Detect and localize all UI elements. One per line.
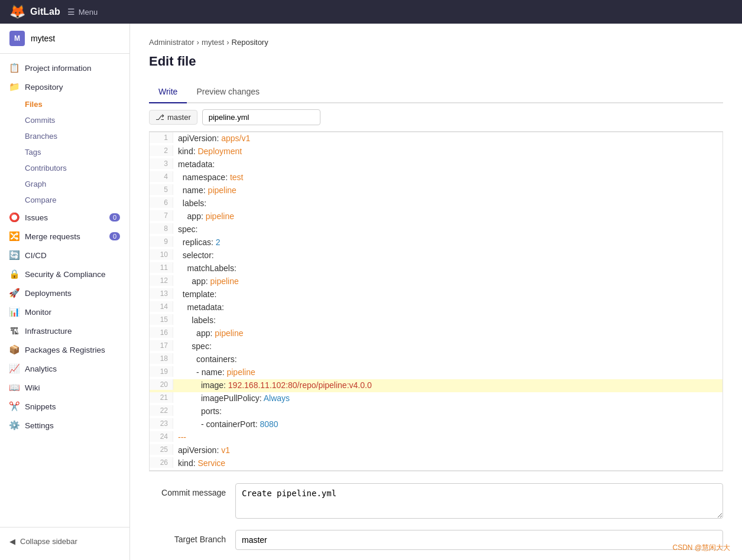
sidebar-item-repository[interactable]: 📁 Repository	[0, 77, 129, 96]
sidebar-item-tags[interactable]: Tags	[25, 144, 129, 160]
line-content-23: - containerPort: 8080	[173, 418, 722, 430]
line-content-6: labels:	[173, 197, 722, 209]
sidebar-item-files[interactable]: Files	[25, 96, 129, 112]
commit-message-row: Commit message	[149, 483, 723, 520]
code-line-26: 26kind: Service	[150, 457, 722, 470]
layout: M mytest 📋 Project information 📁 Reposit…	[0, 24, 742, 560]
line-content-16: app: pipeline	[173, 327, 722, 339]
sidebar-item-commits[interactable]: Commits	[25, 112, 129, 128]
line-number-10: 10	[150, 249, 173, 260]
branch-name: master	[167, 113, 191, 122]
tab-preview[interactable]: Preview changes	[187, 81, 269, 103]
sidebar-item-merge-requests[interactable]: 🔀 Merge requests 0	[0, 227, 129, 246]
repository-icon: 📁	[9, 82, 19, 92]
collapse-left-icon: ◀	[9, 537, 15, 546]
line-number-22: 22	[150, 405, 173, 416]
logo-area: 🦊 GitLab	[9, 4, 60, 19]
breadcrumb-mytest[interactable]: mytest	[202, 38, 224, 47]
collapse-sidebar-label: Collapse sidebar	[20, 537, 77, 546]
code-line-25: 25apiVersion: v1	[150, 444, 722, 457]
line-number-18: 18	[150, 353, 173, 364]
branch-selector[interactable]: ⎇ master	[149, 110, 197, 125]
line-number-7: 7	[150, 210, 173, 221]
sidebar-item-project-info[interactable]: 📋 Project information	[0, 58, 129, 77]
sidebar-item-issues[interactable]: ⭕ Issues 0	[0, 208, 129, 227]
breadcrumb-current: Repository	[232, 38, 268, 47]
line-content-21: imagePullPolicy: Always	[173, 392, 722, 404]
contributors-label: Contributors	[25, 164, 67, 172]
sidebar-label-analytics: Analytics	[25, 364, 57, 373]
line-number-3: 3	[150, 158, 173, 169]
sidebar-item-infrastructure[interactable]: 🏗 Infrastructure	[0, 321, 129, 340]
commit-form: Commit message Target Branch Commit chan…	[149, 471, 723, 560]
line-content-9: replicas: 2	[173, 236, 722, 248]
menu-button[interactable]: ☰ Menu	[67, 7, 98, 17]
sidebar-item-monitor[interactable]: 📊 Monitor	[0, 302, 129, 321]
issues-badge: 0	[109, 213, 120, 222]
merge-requests-icon: 🔀	[9, 232, 19, 241]
sidebar-item-graph[interactable]: Graph	[25, 176, 129, 192]
sidebar-item-settings[interactable]: ⚙️ Settings	[0, 416, 129, 435]
line-content-15: labels:	[173, 314, 722, 326]
code-line-19: 19 - name: pipeline	[150, 366, 722, 379]
code-line-24: 24---	[150, 431, 722, 444]
code-line-12: 12 app: pipeline	[150, 275, 722, 288]
code-line-5: 5 name: pipeline	[150, 184, 722, 197]
page-title: Edit file	[149, 54, 723, 69]
line-content-7: app: pipeline	[173, 210, 722, 222]
sidebar-item-analytics[interactable]: 📈 Analytics	[0, 359, 129, 378]
breadcrumb-administrator[interactable]: Administrator	[149, 38, 195, 47]
line-content-24: ---	[173, 431, 722, 443]
line-number-9: 9	[150, 236, 173, 247]
commit-message-textarea[interactable]	[235, 483, 723, 519]
code-editor[interactable]: 1apiVersion: apps/v12kind: Deployment3me…	[149, 132, 723, 471]
sidebar-item-contributors[interactable]: Contributors	[25, 160, 129, 176]
line-content-26: kind: Service	[173, 457, 722, 469]
code-line-22: 22 ports:	[150, 405, 722, 418]
sidebar-item-compare[interactable]: Compare	[25, 192, 129, 208]
target-branch-input[interactable]	[235, 530, 723, 550]
sidebar-item-deployments[interactable]: 🚀 Deployments	[0, 284, 129, 302]
issues-icon: ⭕	[9, 213, 19, 222]
line-content-19: - name: pipeline	[173, 366, 722, 378]
line-number-24: 24	[150, 431, 173, 442]
sidebar-item-packages[interactable]: 📦 Packages & Registries	[0, 340, 129, 359]
sidebar-item-branches[interactable]: Branches	[25, 128, 129, 144]
project-info-icon: 📋	[9, 63, 19, 73]
code-line-20: 20 image: 192.168.11.102:80/repo/pipelin…	[150, 379, 722, 392]
code-line-6: 6 labels:	[150, 197, 722, 210]
tags-label: Tags	[25, 148, 41, 157]
line-number-1: 1	[150, 132, 173, 143]
commit-message-control	[235, 483, 723, 520]
merge-requests-badge: 0	[109, 232, 120, 240]
code-line-2: 2kind: Deployment	[150, 145, 722, 158]
code-line-7: 7 app: pipeline	[150, 210, 722, 223]
sidebar-user: M mytest	[0, 24, 129, 54]
sidebar-label-security: Security & Compliance	[25, 270, 106, 279]
compare-label: Compare	[25, 196, 56, 204]
collapse-sidebar-button[interactable]: ◀ Collapse sidebar	[9, 532, 120, 551]
sidebar-label-deployments: Deployments	[25, 289, 72, 298]
tab-write[interactable]: Write	[149, 81, 187, 103]
graph-label: Graph	[25, 180, 46, 188]
settings-icon: ⚙️	[9, 421, 19, 430]
code-line-11: 11 matchLabels:	[150, 262, 722, 275]
cicd-icon: 🔄	[9, 250, 19, 260]
sidebar-item-wiki[interactable]: 📖 Wiki	[0, 378, 129, 397]
gitlab-logo-icon: 🦊	[9, 4, 25, 19]
sidebar-item-security[interactable]: 🔒 Security & Compliance	[0, 265, 129, 284]
username-label: mytest	[31, 34, 55, 43]
filename-input[interactable]	[202, 109, 320, 125]
line-number-5: 5	[150, 184, 173, 195]
code-line-17: 17 spec:	[150, 340, 722, 353]
sidebar-item-cicd[interactable]: 🔄 CI/CD	[0, 246, 129, 265]
editor-toolbar: ⎇ master	[149, 103, 723, 132]
code-line-18: 18 containers:	[150, 353, 722, 366]
menu-label: Menu	[79, 8, 98, 17]
infrastructure-icon: 🏗	[9, 326, 19, 336]
sidebar-nav: 📋 Project information 📁 Repository Files…	[0, 54, 129, 527]
security-icon: 🔒	[9, 269, 19, 279]
sidebar-label-packages: Packages & Registries	[25, 346, 105, 354]
sidebar-item-snippets[interactable]: ✂️ Snippets	[0, 397, 129, 416]
line-content-13: template:	[173, 288, 722, 300]
